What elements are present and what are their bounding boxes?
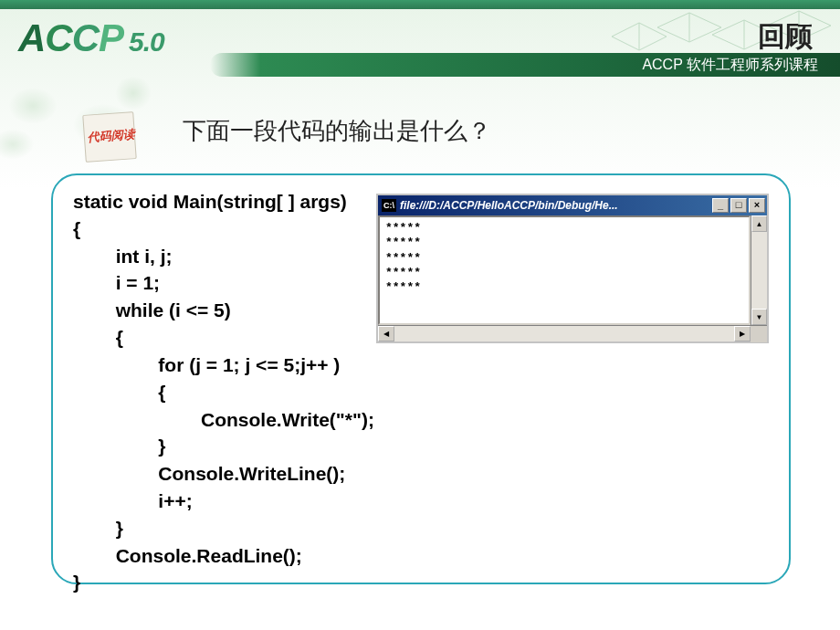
question-prompt: 下面一段代码的输出是什么？ [183, 115, 491, 147]
vertical-scrollbar[interactable]: ▲ ▼ [751, 215, 767, 325]
scroll-up-icon[interactable]: ▲ [751, 215, 767, 232]
logo-version: 5.0 [129, 26, 164, 57]
console-title: file:///D:/ACCP/HelloACCP/bin/Debug/He..… [400, 199, 710, 212]
content-panel: static void Main(string[ ] args) { int i… [51, 173, 791, 584]
console-titlebar: C:\ file:///D:/ACCP/HelloACCP/bin/Debug/… [378, 195, 767, 215]
hscroll-track[interactable] [394, 326, 734, 341]
vscroll-track[interactable] [751, 232, 767, 309]
scroll-left-icon[interactable]: ◀ [378, 326, 394, 341]
console-output: ***** ***** ***** ***** ***** [378, 215, 751, 325]
accp-logo: ACCP5.0 [18, 16, 164, 60]
minimize-button[interactable]: _ [712, 198, 729, 213]
console-body: ***** ***** ***** ***** ***** ▲ ▼ [378, 215, 767, 325]
page-title: 回顾 [758, 18, 813, 56]
horizontal-scrollbar[interactable]: ◀ ▶ [378, 325, 767, 341]
scroll-corner [751, 326, 767, 342]
scroll-right-icon[interactable]: ▶ [734, 326, 751, 341]
code-reading-badge: 代码阅读 [75, 108, 146, 166]
badge-label: 代码阅读 [87, 126, 135, 146]
scroll-down-icon[interactable]: ▼ [751, 309, 767, 325]
maximize-button[interactable]: □ [730, 198, 747, 213]
console-window: C:\ file:///D:/ACCP/HelloACCP/bin/Debug/… [376, 194, 769, 343]
close-button[interactable]: × [749, 198, 765, 213]
console-icon: C:\ [382, 199, 396, 212]
subtitle-band: ACCP 软件工程师系列课程 [210, 53, 840, 77]
